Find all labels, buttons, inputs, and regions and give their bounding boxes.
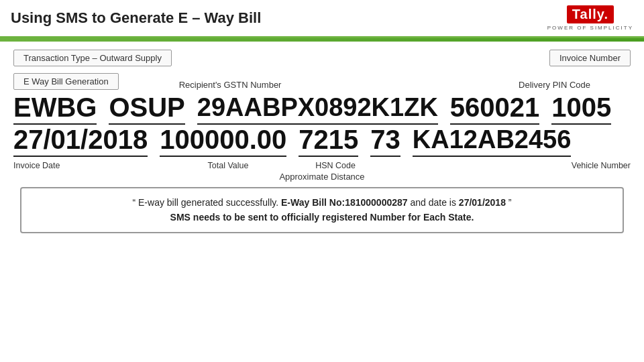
data-row-2: 27/01/2018 100000.00 7215 73 KA12AB2456 — [13, 125, 631, 157]
recipients-gstn-label: Recipient's GSTN Number — [179, 80, 282, 90]
ewbg-segment: EWBG — [13, 93, 97, 125]
tally-logo: Tally. POWER OF SIMPLICITY — [547, 5, 633, 31]
success-end: ” — [506, 197, 512, 208]
tally-logo-sub: POWER OF SIMPLICITY — [547, 25, 633, 31]
second-label-row: E Way Bill Generation Recipient's GSTN N… — [13, 73, 631, 90]
osup-segment: OSUP — [109, 93, 184, 125]
pin-value: 560021 — [450, 93, 539, 125]
header: Using SMS to Generate E – Way Bill Tally… — [0, 0, 644, 38]
invoice-number-label: Invoice Number — [549, 50, 631, 66]
hsn-code-label: HSN Code — [295, 161, 376, 170]
pin-segment: 560021 — [450, 93, 539, 125]
ewbg-value: EWBG — [13, 93, 97, 125]
total-value-label: Total Value — [161, 161, 295, 170]
total-value-value: 100000.00 — [160, 125, 286, 157]
osup-value: OSUP — [109, 93, 184, 125]
page-title: Using SMS to Generate E – Way Bill — [11, 9, 261, 27]
date-segment: 27/01/2018 — [13, 125, 148, 157]
date-value: 27/01/2018 — [13, 125, 148, 157]
hsn-segment: 7215 — [299, 125, 358, 157]
success-prefix: “ E-way bill generated successfully. — [132, 197, 281, 208]
vehicle-segment: KA12AB2456 — [413, 126, 572, 157]
gstn-value: 29AABPX0892K1ZK — [197, 94, 438, 125]
top-label-row: Transaction Type – Outward Supply Invoic… — [13, 50, 631, 66]
approx-value: 73 — [370, 125, 400, 157]
invoice-date-label: Invoice Date — [13, 161, 161, 170]
approx-segment: 73 — [370, 125, 400, 157]
success-and-date: and date is — [408, 197, 459, 208]
gstn-segment: 29AABPX0892K1ZK — [197, 94, 438, 125]
invoice-num-segment: 1005 — [551, 93, 611, 125]
success-sms-note: SMS needs to be sent to officially regis… — [170, 212, 474, 223]
data-row: EWBG OSUP 29AABPX0892K1ZK 560021 1005 — [13, 93, 631, 125]
main-content: Transaction Type – Outward Supply Invoic… — [0, 42, 644, 240]
success-date: 27/01/2018 — [459, 197, 506, 208]
hsn-value: 7215 — [299, 125, 358, 157]
approx-dist-label: Approximate Distance — [13, 172, 631, 182]
vehicle-value: KA12AB2456 — [413, 126, 572, 157]
success-ewb-number: E-Way Bill No:181000000287 — [281, 197, 408, 208]
tally-logo-box: Tally. — [567, 5, 614, 23]
success-line1: “ E-way bill generated successfully. E-W… — [35, 195, 609, 210]
total-value-segment: 100000.00 — [160, 125, 286, 157]
delivery-pin-label: Delivery PIN Code — [519, 80, 590, 90]
invoice-num-value: 1005 — [551, 93, 611, 125]
transaction-type-label: Transaction Type – Outward Supply — [13, 50, 172, 66]
vehicle-number-label: Vehicle Number — [503, 161, 631, 170]
bottom-label-row: Invoice Date Total Value HSN Code Vehicl… — [13, 161, 631, 170]
success-box: “ E-way bill generated successfully. E-W… — [20, 187, 624, 233]
eway-bill-label: E Way Bill Generation — [13, 73, 119, 90]
success-line2: SMS needs to be sent to officially regis… — [35, 210, 609, 225]
